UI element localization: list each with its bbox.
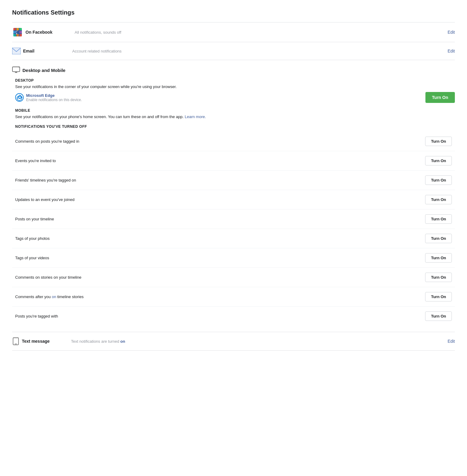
turn-on-notification-button[interactable]: Turn On xyxy=(425,234,452,243)
svg-rect-2 xyxy=(13,28,16,30)
learn-more-link[interactable]: Learn more. xyxy=(185,114,206,119)
notification-list: Comments on posts you're tagged inTurn O… xyxy=(12,132,455,326)
phone-icon-wrap xyxy=(12,338,19,345)
desktop-mobile-section: Desktop and Mobile DESKTOP See your noti… xyxy=(12,60,455,329)
edge-icon xyxy=(15,93,24,102)
email-icon-wrap xyxy=(12,48,21,54)
facebook-icon: f xyxy=(13,28,22,36)
turn-on-notification-button[interactable]: Turn On xyxy=(425,253,452,263)
desktop-mobile-title: Desktop and Mobile xyxy=(12,66,455,74)
turn-on-notification-button[interactable]: Turn On xyxy=(425,156,452,165)
svg-point-17 xyxy=(18,67,19,68)
notifications-off-section: NOTIFICATIONS YOU'VE TURNED OFF Comments… xyxy=(12,124,455,326)
turn-on-notification-button[interactable]: Turn On xyxy=(425,292,452,301)
page-title: Notifications Settings xyxy=(12,9,455,16)
turn-on-notification-button[interactable]: Turn On xyxy=(425,311,452,321)
notification-text: Comments on posts you're tagged in xyxy=(15,139,79,144)
svg-rect-4 xyxy=(19,28,22,30)
on-facebook-edit-button[interactable]: Edit xyxy=(448,30,455,35)
turn-on-notification-button[interactable]: Turn On xyxy=(425,175,452,185)
text-message-desc-before: Text notifications are turned xyxy=(71,339,119,344)
browser-name-block: Microsoft Edge Enable notifications on t… xyxy=(26,93,82,102)
desktop-desc: See your notifications in the corner of … xyxy=(15,84,455,89)
notification-text: Comments after you on timeline stories xyxy=(15,294,83,299)
on-facebook-label: On Facebook xyxy=(23,30,72,35)
turn-on-notification-button[interactable]: Turn On xyxy=(425,195,452,204)
svg-rect-9 xyxy=(16,34,19,36)
svg-rect-7 xyxy=(19,31,22,33)
browser-row: Microsoft Edge Enable notifications on t… xyxy=(15,92,455,103)
email-row: Email Account related notifications Edit xyxy=(12,42,455,60)
turn-on-notification-button[interactable]: Turn On xyxy=(425,214,452,224)
notification-text: Posts you're tagged with xyxy=(15,314,58,318)
svg-rect-3 xyxy=(16,28,19,30)
turn-on-notification-button[interactable]: Turn On xyxy=(425,137,452,146)
desktop-icon xyxy=(12,66,20,74)
svg-rect-11 xyxy=(12,48,21,54)
on-facebook-row: f On Facebook All notifications, sounds … xyxy=(12,22,455,42)
notification-text: Posts on your timeline xyxy=(15,217,54,221)
notification-text: Events you're invited to xyxy=(15,158,56,163)
on-facebook-description: All notifications, sounds off xyxy=(72,30,448,35)
notification-row: Comments after you on timeline storiesTu… xyxy=(12,287,455,307)
svg-rect-5 xyxy=(13,31,16,33)
notifications-off-label: NOTIFICATIONS YOU'VE TURNED OFF xyxy=(15,124,455,129)
notification-text: Tags of your photos xyxy=(15,236,49,241)
page-container: Notifications Settings f On Facebook All… xyxy=(0,0,467,360)
mobile-desc-text: See your notifications on your phone's h… xyxy=(15,114,184,119)
text-message-label: Text message xyxy=(19,339,68,344)
notification-row: Posts on your timelineTurn On xyxy=(12,209,455,229)
email-icon xyxy=(12,48,21,54)
svg-rect-6 xyxy=(16,31,19,33)
email-edit-button[interactable]: Edit xyxy=(448,49,455,53)
notification-text: Updates to an event you've joined xyxy=(15,197,74,202)
turn-on-notification-button[interactable]: Turn On xyxy=(425,273,452,282)
email-label: Email xyxy=(21,49,69,53)
svg-rect-8 xyxy=(13,34,16,36)
browser-name: Microsoft Edge xyxy=(26,93,82,98)
notification-row: Tags of your videosTurn On xyxy=(12,248,455,268)
text-message-row: Text message Text notifications are turn… xyxy=(12,332,455,351)
notification-row: Posts you're tagged withTurn On xyxy=(12,307,455,326)
text-message-edit-button[interactable]: Edit xyxy=(448,339,455,344)
desktop-label: DESKTOP xyxy=(15,78,455,83)
text-message-description: Text notifications are turned on xyxy=(68,339,448,344)
email-description: Account related notifications xyxy=(69,49,448,53)
notification-row: Tags of your photosTurn On xyxy=(12,229,455,248)
browser-sub: Enable notifications on this device. xyxy=(26,98,82,102)
desktop-subsection: DESKTOP See your notifications in the co… xyxy=(15,78,455,103)
notification-row: Comments on posts you're tagged inTurn O… xyxy=(12,132,455,151)
notification-row: Friends' timelines you're tagged onTurn … xyxy=(12,171,455,190)
notification-link[interactable]: on xyxy=(52,294,56,299)
turn-on-desktop-button[interactable]: Turn On xyxy=(425,92,455,103)
notification-row: Comments on stories on your timelineTurn… xyxy=(12,268,455,287)
notification-text: Tags of your videos xyxy=(15,256,49,260)
notification-text: Comments on stories on your timeline xyxy=(15,275,81,280)
device-icon xyxy=(12,66,20,74)
notification-row: Events you're invited toTurn On xyxy=(12,151,455,171)
desktop-mobile-title-text: Desktop and Mobile xyxy=(22,68,66,73)
svg-rect-22 xyxy=(13,338,19,339)
text-message-status: on xyxy=(120,339,125,344)
mobile-label: MOBILE xyxy=(15,108,455,113)
mobile-desc: See your notifications on your phone's h… xyxy=(15,114,455,119)
browser-info: Microsoft Edge Enable notifications on t… xyxy=(15,93,82,102)
phone-icon xyxy=(12,337,19,345)
svg-point-18 xyxy=(19,67,19,68)
svg-rect-10 xyxy=(19,34,22,36)
notification-row: Updates to an event you've joinedTurn On xyxy=(12,190,455,209)
facebook-icon-wrap: f xyxy=(12,28,23,36)
mobile-subsection: MOBILE See your notifications on your ph… xyxy=(15,108,455,119)
notification-text: Friends' timelines you're tagged on xyxy=(15,178,76,182)
